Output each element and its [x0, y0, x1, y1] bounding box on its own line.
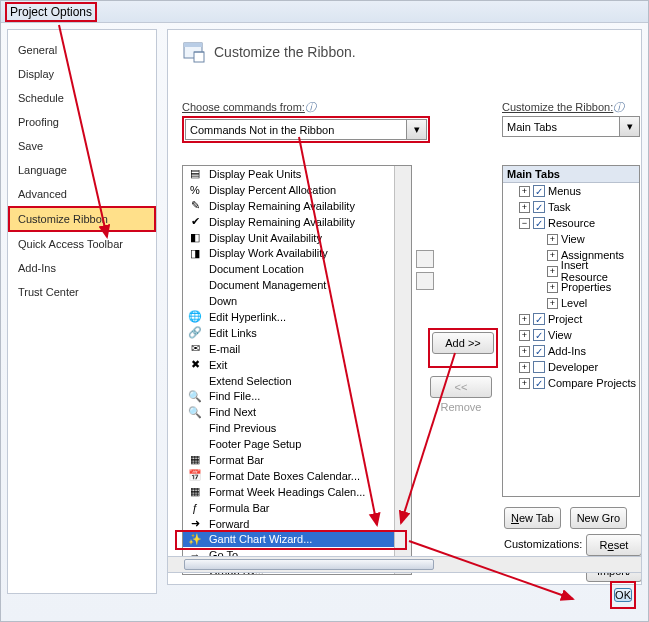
command-item[interactable]: %Display Percent Allocation	[183, 182, 411, 198]
sidebar-item-language[interactable]: Language	[8, 158, 156, 182]
move-up-button[interactable]	[416, 250, 434, 268]
tree-node[interactable]: +✓Project	[503, 311, 639, 327]
new-tab-button[interactable]: New Tab	[504, 507, 561, 529]
command-item[interactable]: ƒFormula Bar	[183, 500, 411, 516]
expander-icon[interactable]: +	[519, 202, 530, 213]
command-item[interactable]: Document Management	[183, 277, 411, 293]
expander-icon[interactable]: +	[519, 186, 530, 197]
expander-icon[interactable]: +	[519, 362, 530, 373]
titlebar: Project Options	[1, 1, 648, 23]
command-item[interactable]: ✖Exit	[183, 357, 411, 373]
sidebar-item-schedule[interactable]: Schedule	[8, 86, 156, 110]
checkbox[interactable]: ✓	[533, 329, 545, 341]
command-label: Display Unit Availability	[209, 232, 322, 244]
command-item[interactable]: 🌐Edit Hyperlink...	[183, 309, 411, 325]
command-item[interactable]: Footer Page Setup	[183, 436, 411, 452]
sidebar-item-trust-center[interactable]: Trust Center	[8, 280, 156, 304]
command-item[interactable]: ▦Format Bar	[183, 452, 411, 468]
command-item[interactable]: ◧Display Unit Availability	[183, 230, 411, 246]
tree-label: Compare Projects	[548, 377, 636, 389]
percent-icon: %	[187, 183, 203, 197]
expander-icon[interactable]: +	[519, 346, 530, 357]
tree-node[interactable]: +Level	[503, 295, 639, 311]
tree-node[interactable]: −✓Resource	[503, 215, 639, 231]
command-item[interactable]: 🔍Find File...	[183, 388, 411, 404]
command-item[interactable]: ✔Display Remaining Availability	[183, 214, 411, 230]
remove-button[interactable]: << Remove	[430, 376, 492, 398]
sidebar-item-add-ins[interactable]: Add-Ins	[8, 256, 156, 280]
command-item[interactable]: ✉E-mail	[183, 341, 411, 357]
command-item[interactable]: Down	[183, 293, 411, 309]
command-list-scrollbar[interactable]	[394, 166, 411, 574]
move-down-button[interactable]	[416, 272, 434, 290]
checkbox[interactable]	[533, 361, 545, 373]
command-item[interactable]: ✨Gantt Chart Wizard...	[183, 531, 411, 547]
expander-icon[interactable]: +	[547, 282, 558, 293]
tree-node[interactable]: +✓View	[503, 327, 639, 343]
ok-button[interactable]: OK	[614, 588, 632, 602]
command-item[interactable]: ◨Display Work Availability	[183, 245, 411, 261]
command-item[interactable]: 📅Format Date Boxes Calendar...	[183, 468, 411, 484]
tree-node[interactable]: +✓Add-Ins	[503, 343, 639, 359]
main-panel: Customize the Ribbon. Choose commands fr…	[167, 29, 642, 585]
tree-node[interactable]: +Developer	[503, 359, 639, 375]
checkbox[interactable]: ✓	[533, 313, 545, 325]
checkbox[interactable]: ✓	[533, 201, 545, 213]
expander-icon[interactable]: +	[547, 298, 558, 309]
checkbox[interactable]: ✓	[533, 377, 545, 389]
expander-icon[interactable]: +	[519, 378, 530, 389]
bars-icon: ▤	[187, 167, 203, 181]
scrollbar-thumb[interactable]	[184, 559, 434, 570]
expander-icon[interactable]: +	[547, 234, 558, 245]
cal-icon: 📅	[187, 469, 203, 483]
tree-node[interactable]: +✓Compare Projects	[503, 375, 639, 391]
command-item[interactable]: ▤Display Peak Units	[183, 166, 411, 182]
customize-ribbon-combo[interactable]: Main Tabs ▾	[502, 116, 640, 137]
sidebar-item-save[interactable]: Save	[8, 134, 156, 158]
ribbon-tree[interactable]: Main Tabs +✓Menus+✓Task−✓Resource+View+A…	[502, 165, 640, 497]
sidebar-item-proofing[interactable]: Proofing	[8, 110, 156, 134]
customizations-label: Customizations:	[504, 538, 582, 550]
horizontal-scrollbar[interactable]	[167, 556, 642, 573]
expander-icon[interactable]: −	[519, 218, 530, 229]
tree-label: Insert Resource	[561, 259, 637, 283]
category-list: GeneralDisplayScheduleProofingSaveLangua…	[7, 29, 157, 594]
command-item[interactable]: ▦Format Week Headings Calen...	[183, 484, 411, 500]
command-item[interactable]: 🔗Edit Links	[183, 325, 411, 341]
blank-icon	[187, 278, 203, 292]
chevron-down-icon[interactable]: ▾	[619, 117, 639, 136]
panel-title: Customize the Ribbon.	[214, 44, 356, 60]
tree-node[interactable]: +✓Task	[503, 199, 639, 215]
command-item[interactable]: Extend Selection	[183, 373, 411, 389]
checkbox[interactable]: ✓	[533, 217, 545, 229]
command-item[interactable]: 🔍Find Next	[183, 404, 411, 420]
command-label: Display Remaining Availability	[209, 216, 355, 228]
chevron-down-icon[interactable]: ▾	[406, 120, 426, 139]
command-list[interactable]: ▤Display Peak Units%Display Percent Allo…	[182, 165, 412, 575]
sidebar-item-general[interactable]: General	[8, 38, 156, 62]
blank-icon	[187, 262, 203, 276]
new-group-button[interactable]: New Gro	[570, 507, 627, 529]
expander-icon[interactable]: +	[547, 266, 558, 277]
tree-node[interactable]: +View	[503, 231, 639, 247]
expander-icon[interactable]: +	[519, 330, 530, 341]
sidebar-item-display[interactable]: Display	[8, 62, 156, 86]
checkbox[interactable]: ✓	[533, 345, 545, 357]
sidebar-item-advanced[interactable]: Advanced	[8, 182, 156, 206]
add-button[interactable]: Add >>	[432, 332, 494, 354]
command-item[interactable]: Find Previous	[183, 420, 411, 436]
svg-rect-1	[184, 43, 202, 47]
sidebar-item-quick-access-toolbar[interactable]: Quick Access Toolbar	[8, 232, 156, 256]
reset-button[interactable]: Reset	[586, 534, 642, 556]
expander-icon[interactable]: +	[519, 314, 530, 325]
sidebar-item-customize-ribbon[interactable]: Customize Ribbon	[8, 206, 156, 232]
expander-icon[interactable]: +	[547, 250, 558, 261]
checkbox[interactable]: ✓	[533, 185, 545, 197]
command-label: Formula Bar	[209, 502, 270, 514]
tree-node[interactable]: +✓Menus	[503, 183, 639, 199]
command-item[interactable]: ✎Display Remaining Availability	[183, 198, 411, 214]
command-item[interactable]: Document Location	[183, 261, 411, 277]
command-item[interactable]: ➜Forward	[183, 516, 411, 532]
choose-commands-combo[interactable]: Commands Not in the Ribbon ▾	[185, 119, 427, 140]
tree-node[interactable]: +Insert Resource	[503, 263, 639, 279]
